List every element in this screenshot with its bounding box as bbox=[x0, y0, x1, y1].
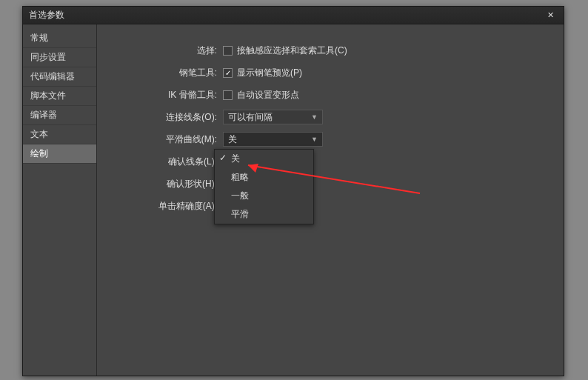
sidebar-item-text[interactable]: 文本 bbox=[23, 125, 96, 144]
label-confirm-line: 确认线条(L): bbox=[112, 156, 223, 168]
sidebar: 常规 同步设置 代码编辑器 脚本文件 编译器 文本 绘制 bbox=[23, 24, 97, 376]
row-smooth: 平滑曲线(M): 关 ▼ bbox=[112, 131, 549, 147]
sidebar-item-sync[interactable]: 同步设置 bbox=[23, 48, 96, 67]
dropdown-connect-value: 可以有间隔 bbox=[228, 111, 273, 124]
label-ik: IK 骨骼工具: bbox=[112, 89, 223, 101]
dropdown-smooth-menu: 关 粗略 一般 平滑 bbox=[214, 149, 314, 224]
sidebar-item-script[interactable]: 脚本文件 bbox=[23, 87, 96, 106]
checkbox-label-ik: 自动设置变形点 bbox=[237, 89, 299, 101]
dropdown-connect[interactable]: 可以有间隔 ▼ bbox=[223, 110, 323, 124]
checkbox-label-pen: 显示钢笔预览(P) bbox=[237, 67, 302, 79]
label-smooth: 平滑曲线(M): bbox=[112, 133, 223, 146]
row-select: 选择: 接触感应选择和套索工具(C) bbox=[112, 42, 549, 59]
row-ik: IK 骨骼工具: 自动设置变形点 bbox=[112, 87, 549, 103]
titlebar: 首选参数 ✕ bbox=[23, 7, 564, 24]
chevron-down-icon: ▼ bbox=[311, 113, 318, 121]
row-pen: 钢笔工具: 显示钢笔预览(P) bbox=[112, 64, 549, 81]
label-select: 选择: bbox=[112, 44, 223, 57]
row-click-accuracy: 单击精确度(A): bbox=[112, 198, 549, 214]
checkbox-select[interactable] bbox=[223, 46, 233, 56]
dropdown-smooth[interactable]: 关 ▼ bbox=[223, 132, 323, 147]
sidebar-item-compiler[interactable]: 编译器 bbox=[23, 106, 96, 125]
label-pen: 钢笔工具: bbox=[112, 67, 223, 79]
chevron-down-icon: ▼ bbox=[311, 136, 318, 143]
dropdown-option-off[interactable]: 关 bbox=[215, 150, 313, 168]
label-confirm-shape: 确认形状(H): bbox=[112, 178, 223, 190]
sidebar-item-drawing[interactable]: 绘制 bbox=[23, 144, 96, 164]
row-connect: 连接线条(O): 可以有间隔 ▼ bbox=[112, 109, 549, 125]
close-icon: ✕ bbox=[547, 10, 554, 20]
body: 常规 同步设置 代码编辑器 脚本文件 编译器 文本 绘制 选择: 接触感应选择和… bbox=[23, 24, 564, 376]
dropdown-smooth-value: 关 bbox=[228, 133, 237, 146]
preferences-window: 首选参数 ✕ 常规 同步设置 代码编辑器 脚本文件 编译器 文本 绘制 选择: … bbox=[22, 6, 564, 376]
dropdown-option-normal[interactable]: 一般 bbox=[215, 187, 313, 205]
dropdown-option-smooth[interactable]: 平滑 bbox=[215, 205, 313, 224]
main-panel: 选择: 接触感应选择和套索工具(C) 钢笔工具: 显示钢笔预览(P) IK 骨骼… bbox=[97, 24, 564, 376]
sidebar-item-general[interactable]: 常规 bbox=[23, 29, 96, 48]
row-confirm-line: 确认线条(L): bbox=[112, 153, 549, 170]
checkbox-label-select: 接触感应选择和套索工具(C) bbox=[237, 44, 347, 57]
label-connect: 连接线条(O): bbox=[112, 111, 223, 124]
checkbox-ik[interactable] bbox=[223, 90, 233, 100]
window-title: 首选参数 bbox=[29, 9, 64, 21]
sidebar-item-code-editor[interactable]: 代码编辑器 bbox=[23, 67, 96, 87]
checkbox-pen[interactable] bbox=[223, 68, 233, 78]
close-button[interactable]: ✕ bbox=[543, 10, 558, 21]
label-click-accuracy: 单击精确度(A): bbox=[112, 200, 223, 213]
row-confirm-shape: 确认形状(H): bbox=[112, 176, 549, 192]
dropdown-option-rough[interactable]: 粗略 bbox=[215, 168, 313, 187]
